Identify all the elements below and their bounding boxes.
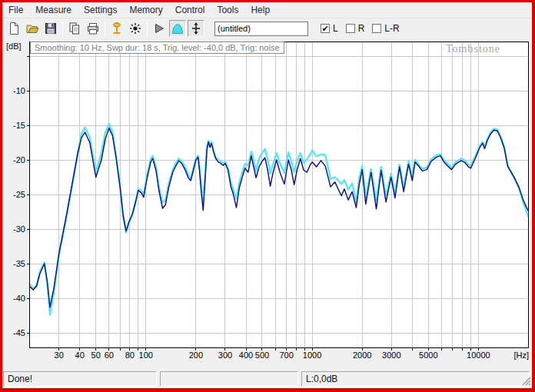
channel-l-label: L bbox=[333, 23, 338, 34]
microphone-icon bbox=[110, 22, 124, 35]
print-button[interactable] bbox=[85, 20, 101, 37]
app-window: FileMeasureSettingsMemoryControlToolsHel… bbox=[0, 0, 535, 392]
x-tick-label: 3000 bbox=[382, 350, 400, 360]
menu-item-help[interactable]: Help bbox=[244, 2, 276, 18]
menu-bar: FileMeasureSettingsMemoryControlToolsHel… bbox=[2, 2, 532, 18]
x-tick-label: 300 bbox=[218, 350, 232, 360]
channel-l-item: ✔L bbox=[321, 23, 338, 34]
new-file-icon bbox=[7, 22, 21, 35]
print-icon bbox=[86, 22, 100, 35]
menu-item-settings[interactable]: Settings bbox=[78, 2, 123, 18]
signal-generator-icon bbox=[128, 22, 142, 35]
toolbar: ✔LRL-R bbox=[2, 18, 532, 38]
y-tick-label: -35 bbox=[13, 259, 25, 268]
status-bar: Done! L:0,0dB bbox=[2, 370, 532, 388]
y-tick-label: -10 bbox=[13, 86, 25, 95]
channel-checkboxes: ✔LRL-R bbox=[321, 23, 407, 34]
gauss-window-icon bbox=[171, 22, 184, 35]
status-level-readout: L:0,0dB bbox=[301, 371, 530, 387]
toolbar-separator bbox=[147, 21, 148, 36]
channel-l-r-item: L-R bbox=[372, 23, 399, 34]
x-tick-label: 60 bbox=[105, 350, 114, 360]
measurement-info-box: Smoothing: 10 Hz, Swp dur: 18 s, Trig. l… bbox=[30, 42, 284, 54]
menu-item-memory[interactable]: Memory bbox=[123, 2, 168, 18]
y-tick-label: -20 bbox=[13, 155, 25, 164]
y-tick-label: -15 bbox=[13, 121, 25, 130]
toolbar-separator bbox=[62, 21, 63, 36]
x-tick-label: 5000 bbox=[419, 350, 437, 360]
watermark: Tombstone bbox=[446, 43, 500, 55]
channel-l-checkbox[interactable]: ✔ bbox=[321, 24, 330, 33]
y-tick-label: -30 bbox=[13, 224, 25, 234]
x-tick-label: 2000 bbox=[353, 350, 371, 360]
x-tick-label: 10000 bbox=[467, 350, 490, 360]
play-button[interactable] bbox=[151, 20, 168, 37]
x-tick-label: 50 bbox=[91, 350, 101, 360]
microphone-button[interactable] bbox=[108, 20, 125, 37]
menu-item-tools[interactable]: Tools bbox=[211, 2, 244, 18]
y-scale-icon bbox=[189, 22, 203, 35]
y-tick-label: -45 bbox=[13, 328, 25, 337]
channel-r-checkbox[interactable] bbox=[346, 24, 355, 33]
filename-input[interactable] bbox=[214, 22, 308, 36]
gauss-window-button[interactable] bbox=[169, 20, 186, 37]
x-tick-label: 700 bbox=[279, 350, 293, 360]
copy-icon bbox=[68, 22, 81, 35]
channel-l-r-checkbox[interactable] bbox=[372, 24, 381, 33]
y-scale-button[interactable] bbox=[188, 20, 204, 37]
new-file-button[interactable] bbox=[5, 20, 22, 37]
status-message: Done! bbox=[3, 371, 157, 387]
save-button[interactable] bbox=[42, 20, 59, 37]
play-icon bbox=[152, 22, 166, 35]
signal-generator-button[interactable] bbox=[127, 20, 144, 37]
channel-r-label: R bbox=[358, 23, 365, 34]
x-tick-label: 40 bbox=[75, 350, 85, 360]
x-tick-label: 80 bbox=[125, 350, 135, 360]
copy-button[interactable] bbox=[66, 20, 83, 37]
menu-item-measure[interactable]: Measure bbox=[29, 2, 78, 18]
open-file-icon bbox=[25, 22, 39, 35]
open-file-button[interactable] bbox=[24, 20, 41, 37]
toolbar-separator bbox=[105, 21, 105, 36]
chart-panel: -10-15-20-25-30-35-40-453040506080100200… bbox=[3, 38, 531, 369]
status-panel-2 bbox=[160, 371, 298, 387]
x-tick-label: 200 bbox=[189, 350, 203, 360]
x-tick-label: 500 bbox=[255, 350, 269, 360]
channel-l-r-label: L-R bbox=[384, 23, 399, 34]
toolbar-buttons bbox=[5, 20, 205, 37]
window-content: FileMeasureSettingsMemoryControlToolsHel… bbox=[2, 2, 532, 388]
save-icon bbox=[44, 22, 58, 35]
x-tick-label: 400 bbox=[239, 350, 253, 360]
y-tick-label: -25 bbox=[13, 190, 25, 199]
y-axis-unit-label: [dB] bbox=[6, 42, 22, 51]
channel-r-item: R bbox=[346, 23, 365, 34]
resize-grip[interactable] bbox=[521, 376, 531, 386]
menu-item-file[interactable]: File bbox=[2, 2, 29, 18]
x-tick-label: 30 bbox=[55, 350, 64, 360]
x-axis-unit-label: [Hz] bbox=[513, 350, 529, 360]
y-tick-label: -40 bbox=[13, 294, 25, 303]
frequency-response-plot: -10-15-20-25-30-35-40-453040506080100200… bbox=[3, 38, 531, 369]
x-tick-label: 1000 bbox=[303, 350, 321, 360]
menu-item-control[interactable]: Control bbox=[169, 2, 211, 18]
x-tick-label: 100 bbox=[139, 350, 153, 360]
